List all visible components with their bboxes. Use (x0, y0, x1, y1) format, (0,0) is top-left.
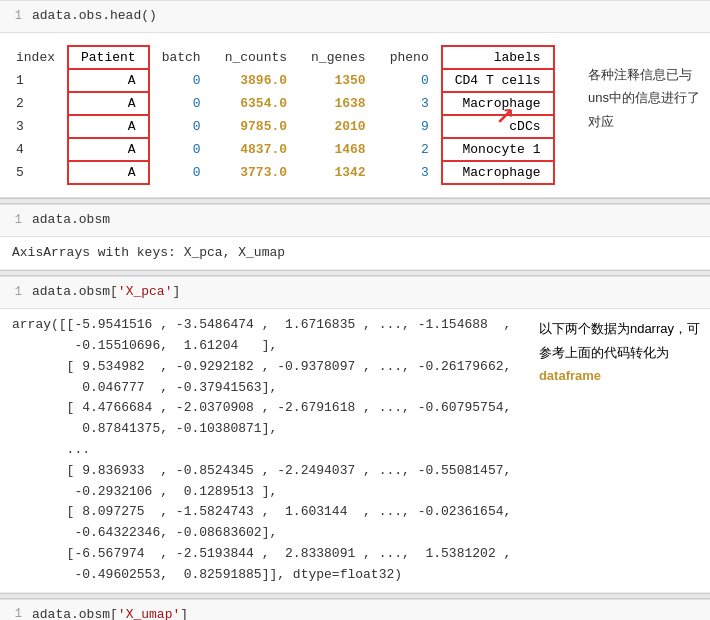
cell-ncounts: 6354.0 (213, 92, 299, 115)
string-xumap: 'X_umap' (118, 607, 180, 620)
annotation-text: 各种注释信息已与 uns中的信息进行了 对应 (588, 63, 700, 133)
cell-pheno: 0 (378, 69, 442, 92)
code-adata: adata.obs.head() (32, 8, 157, 23)
cell-ncounts: 3773.0 (213, 161, 299, 184)
xpca-line-3: [ 9.534982 , -0.9292182 , -0.9378097 , .… (12, 357, 490, 378)
cell-ngenes: 1342 (299, 161, 378, 184)
cell-ncounts: 4837.0 (213, 138, 299, 161)
table-row: 2A06354.016383Macrophage (12, 92, 554, 115)
col-header-index: index (12, 46, 68, 69)
line-number-2: 1 (0, 211, 28, 230)
xpca-line-7: ... (12, 440, 490, 461)
cell-labels: Monocyte 1 (442, 138, 554, 161)
xpca-line-11: -0.64322346, -0.08683602], (12, 523, 490, 544)
annotation-line-1: 各种注释信息已与 (588, 63, 700, 86)
code-content-1: adata.obs.head() (28, 4, 161, 29)
code-cell-4: 1 adata.obsm['X_umap'] (0, 599, 710, 620)
cell-pheno: 9 (378, 115, 442, 138)
ndarray-note-line-1: 以下两个数据为ndarray，可 (539, 317, 700, 340)
xpca-line-1: array([[-5.9541516 , -3.5486474 , 1.6716… (12, 315, 490, 336)
cell-batch: 0 (149, 92, 213, 115)
table-output: index Patient batch n_counts n_genes phe… (0, 33, 710, 198)
code-content-3: adata.obsm['X_pca'] (28, 280, 184, 305)
annotation-arrow: ↗ (496, 93, 515, 133)
cell-patient: A (68, 161, 149, 184)
col-header-ncounts: n_counts (213, 46, 299, 69)
cell-batch: 0 (149, 69, 213, 92)
cell-ngenes: 1350 (299, 69, 378, 92)
xpca-line-2: -0.15510696, 1.61204 ], (12, 336, 490, 357)
code-content-2: adata.obsm (28, 208, 114, 233)
table-row: 5A03773.013423Macrophage (12, 161, 554, 184)
xpca-line-10: [ 8.097275 , -1.5824743 , 1.603144 , ...… (12, 502, 490, 523)
table-row: 1A03896.013500CD4 T cells (12, 69, 554, 92)
line-number-3: 1 (0, 283, 28, 302)
ndarray-note: 以下两个数据为ndarray，可 参考上面的代码转化为 dataframe (539, 317, 700, 387)
table-row: 3A09785.020109cDCs (12, 115, 554, 138)
xpca-line-13: -0.49602553, 0.82591885]], dtype=float32… (12, 565, 490, 586)
cell-labels: Macrophage (442, 161, 554, 184)
annotation-line-2: uns中的信息进行了 (588, 86, 700, 109)
xpca-line-8: [ 9.836933 , -0.8524345 , -2.2494037 , .… (12, 461, 490, 482)
cell-patient: A (68, 115, 149, 138)
cell-ncounts: 9785.0 (213, 115, 299, 138)
cell-index: 4 (12, 138, 68, 161)
cell-pheno: 3 (378, 92, 442, 115)
xpca-line-4: 0.046777 , -0.37941563], (12, 378, 490, 399)
ndarray-note-line-3: dataframe (539, 364, 700, 387)
cell-ncounts: 3896.0 (213, 69, 299, 92)
cell-pheno: 3 (378, 161, 442, 184)
col-header-batch: batch (149, 46, 213, 69)
string-xpca: 'X_pca' (118, 284, 173, 299)
cell-pheno: 2 (378, 138, 442, 161)
code-cell-3: 1 adata.obsm['X_pca'] (0, 276, 710, 309)
code-cell-1: 1 adata.obs.head() (0, 0, 710, 33)
cell-patient: A (68, 69, 149, 92)
table-header-row: index Patient batch n_counts n_genes phe… (12, 46, 554, 69)
cell-batch: 0 (149, 138, 213, 161)
output-xpca: array([[-5.9541516 , -3.5486474 , 1.6716… (0, 309, 710, 592)
code-content-4: adata.obsm['X_umap'] (28, 603, 192, 620)
col-header-pheno: pheno (378, 46, 442, 69)
obsm-output-line: AxisArrays with keys: X_pca, X_umap (12, 243, 698, 264)
xpca-line-5: [ 4.4766684 , -2.0370908 , -2.6791618 , … (12, 398, 490, 419)
cell-ngenes: 2010 (299, 115, 378, 138)
cell-labels: CD4 T cells (442, 69, 554, 92)
col-header-labels: labels (442, 46, 554, 69)
cell-ngenes: 1468 (299, 138, 378, 161)
code-cell-2: 1 adata.obsm (0, 204, 710, 237)
cell-batch: 0 (149, 115, 213, 138)
col-header-patient: Patient (68, 46, 149, 69)
cell-patient: A (68, 138, 149, 161)
output-obsm: AxisArrays with keys: X_pca, X_umap (0, 237, 710, 271)
cell-index: 2 (12, 92, 68, 115)
cell-index: 5 (12, 161, 68, 184)
cell-patient: A (68, 92, 149, 115)
cell-index: 1 (12, 69, 68, 92)
line-number-1: 1 (0, 7, 28, 26)
cell-batch: 0 (149, 161, 213, 184)
col-header-ngenes: n_genes (299, 46, 378, 69)
xpca-line-9: -0.2932106 , 0.1289513 ], (12, 482, 490, 503)
dataframe-table: index Patient batch n_counts n_genes phe… (12, 45, 555, 185)
table-row: 4A04837.014682Monocyte 1 (12, 138, 554, 161)
cell-ngenes: 1638 (299, 92, 378, 115)
annotation-line-3: 对应 (588, 110, 700, 133)
cell-index: 3 (12, 115, 68, 138)
line-number-4: 1 (0, 605, 28, 620)
ndarray-note-line-2: 参考上面的代码转化为 (539, 341, 700, 364)
xpca-line-6: 0.87841375, -0.10380871], (12, 419, 490, 440)
xpca-line-12: [-6.567974 , -2.5193844 , 2.8338091 , ..… (12, 544, 490, 565)
